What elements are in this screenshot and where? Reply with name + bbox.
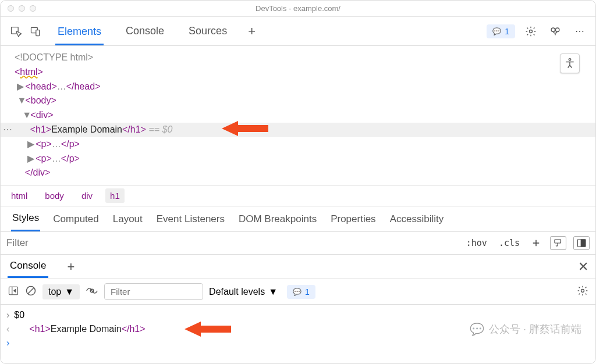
chevron-down-icon: ▼ (268, 287, 278, 297)
settings-gear-icon[interactable] (522, 23, 540, 40)
title-bar: DevTools - example.com/ (1, 1, 595, 17)
svg-marker-15 (185, 322, 231, 337)
dom-line-div[interactable]: ▼<div> (15, 108, 588, 123)
tab-console[interactable]: Console (123, 18, 166, 44)
chevron-down-icon: ▼ (65, 287, 74, 297)
more-menu-icon[interactable]: ⋯ (571, 23, 588, 40)
svg-rect-10 (581, 240, 586, 247)
paint-brush-icon[interactable] (550, 236, 566, 250)
dom-line-p1[interactable]: ▶<p>…</p> (15, 137, 588, 152)
chevron-left-icon: ‹ (6, 324, 9, 334)
subtab-computed[interactable]: Computed (52, 208, 100, 231)
console-input-row[interactable]: ›$0 (6, 308, 590, 322)
dom-line-h1-selected[interactable]: <h1>Example Domain</h1> == $0 (1, 123, 595, 137)
svg-point-14 (581, 289, 584, 292)
console-filter-input[interactable] (104, 283, 203, 300)
styles-filter-row: :hov .cls (1, 231, 595, 255)
dom-line-body[interactable]: ▼<body> (15, 94, 588, 108)
console-sidebar-toggle-icon[interactable] (8, 286, 19, 298)
class-toggle[interactable]: .cls (493, 238, 526, 248)
dom-line-div-close[interactable]: </div> (15, 166, 588, 180)
svg-point-5 (555, 28, 559, 31)
device-toggle-icon[interactable] (27, 23, 44, 40)
subtab-layout[interactable]: Layout (112, 208, 144, 231)
console-issues-button[interactable]: 1 (287, 285, 315, 299)
minimize-window[interactable] (19, 5, 25, 12)
console-add-tab-icon[interactable]: + (67, 259, 74, 274)
console-settings-icon[interactable] (577, 285, 588, 299)
breadcrumb-body[interactable]: body (40, 188, 69, 203)
console-prompt-row[interactable]: › (6, 336, 590, 350)
elements-dom-tree[interactable]: <!DOCTYPE html> <html> ▶<head>…</head> ▼… (1, 46, 595, 185)
execution-context-select[interactable]: top▼ (42, 284, 80, 299)
subtab-styles[interactable]: Styles (11, 206, 40, 231)
console-drawer-tab[interactable]: Console (8, 255, 48, 278)
dom-line-head[interactable]: ▶<head>…</head> (15, 80, 588, 94)
tab-sources[interactable]: Sources (186, 18, 229, 44)
main-tab-bar: Elements Console Sources + 1 ⋯ (1, 17, 595, 46)
layout-panel-icon[interactable] (573, 236, 590, 250)
context-label: top (48, 287, 61, 297)
watermark: 公众号 · 胖蔡话前端 (470, 322, 581, 336)
breadcrumb-div[interactable]: div (77, 188, 97, 203)
svg-rect-8 (555, 240, 561, 243)
subtab-dom-breakpoints[interactable]: DOM Breakpoints (237, 208, 318, 231)
svg-point-3 (530, 30, 533, 33)
dom-line-doctype[interactable]: <!DOCTYPE html> (15, 51, 588, 65)
subtab-accessibility[interactable]: Accessibility (389, 208, 445, 231)
console-toolbar: top▼ Default levels▼ 1 (1, 279, 595, 305)
window-controls (8, 5, 36, 12)
svg-marker-7 (222, 121, 268, 136)
zoom-window[interactable] (30, 5, 36, 12)
dom-line-p2[interactable]: ▶<p>…</p> (15, 152, 588, 166)
breadcrumbs: html body div h1 (1, 185, 595, 206)
breadcrumb-h1[interactable]: h1 (105, 188, 125, 203)
chevron-right-icon: › (6, 310, 9, 320)
console-issues-count: 1 (305, 287, 310, 297)
svg-rect-2 (36, 30, 40, 35)
styles-tab-bar: Styles Computed Layout Event Listeners D… (1, 206, 595, 231)
hover-toggle[interactable]: :hov (460, 238, 493, 248)
new-style-rule-icon[interactable] (526, 238, 547, 248)
issues-button[interactable]: 1 (487, 24, 515, 38)
dom-line-html[interactable]: <html> (15, 65, 588, 80)
annotation-arrow-2 (185, 320, 231, 338)
add-tab-icon[interactable]: + (248, 24, 256, 39)
levels-label: Default levels (209, 287, 265, 297)
console-close-icon[interactable]: ✕ (578, 259, 588, 274)
svg-point-4 (551, 28, 555, 31)
live-expression-icon[interactable] (86, 286, 98, 298)
experiments-icon[interactable] (547, 23, 564, 40)
log-levels-select[interactable]: Default levels▼ (209, 287, 278, 297)
console-output[interactable]: ›$0 ‹<h1>Example Domain</h1> › 公众号 · 胖蔡话… (1, 305, 595, 354)
clear-console-icon[interactable] (25, 285, 37, 299)
chevron-right-icon: › (6, 338, 9, 348)
subtab-properties[interactable]: Properties (329, 208, 377, 231)
annotation-arrow-1 (222, 120, 268, 137)
window-title: DevTools - example.com/ (256, 4, 340, 13)
breadcrumb-html[interactable]: html (6, 188, 32, 203)
issues-count: 1 (505, 27, 509, 36)
close-window[interactable] (8, 5, 14, 12)
styles-filter-input[interactable] (1, 237, 460, 249)
console-drawer-header: Console + ✕ (1, 255, 595, 279)
console-input-text: $0 (14, 310, 24, 320)
inspect-element-icon[interactable] (8, 23, 24, 40)
subtab-event-listeners[interactable]: Event Listeners (155, 208, 226, 231)
tab-elements[interactable]: Elements (55, 19, 104, 45)
